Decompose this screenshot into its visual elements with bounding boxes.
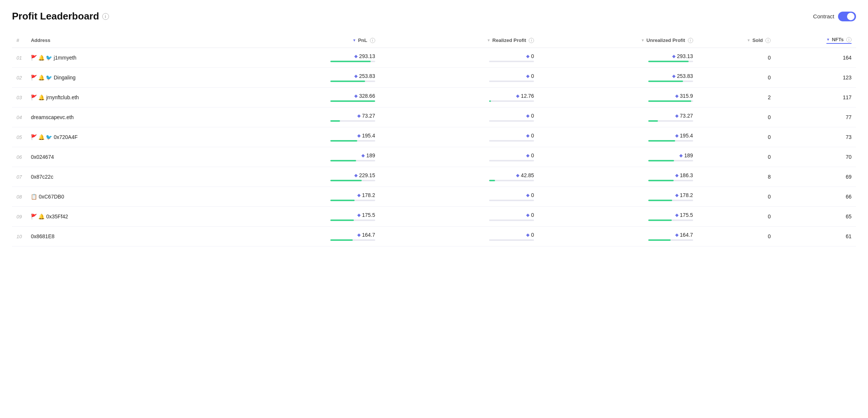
pnl-value-wrapper: ◆ 175.5 <box>225 212 375 221</box>
eth-diamond-icon: ◆ <box>357 133 361 138</box>
pnl-value: ◆ 229.15 <box>354 172 375 178</box>
pnl-progress-fill <box>330 219 354 221</box>
eth-diamond-icon: ◆ <box>354 73 358 79</box>
unrealized-progress-bar <box>648 180 693 181</box>
table-row[interactable]: 100x8681E8 ◆ 164.7 ◆ 0 ◆ 164.7 <box>12 227 856 246</box>
eth-diamond-icon: ◆ <box>354 93 358 99</box>
table-row[interactable]: 09🚩🔔0x35Ff42 ◆ 175.5 ◆ 0 ◆ 175.5 <box>12 207 856 227</box>
address-cell[interactable]: 🚩🔔0x35Ff42 <box>26 207 221 227</box>
sold-info-icon[interactable]: i <box>765 38 771 43</box>
unrealized-value-wrapper: ◆ 73.27 <box>543 113 693 122</box>
realized-progress-fill <box>489 180 495 181</box>
eth-diamond-icon: ◆ <box>357 193 361 198</box>
address-text: 0x720A4F <box>54 134 78 140</box>
pnl-cell: ◆ 189 <box>221 147 379 167</box>
nfts-info-icon[interactable]: i <box>846 37 852 42</box>
eth-diamond-icon: ◆ <box>526 232 529 237</box>
address-cell[interactable]: 0x87c22c <box>26 167 221 187</box>
eth-diamond-icon: ◆ <box>526 54 529 59</box>
unrealized-progress-fill <box>648 100 691 102</box>
col-address: Address <box>26 33 221 48</box>
unrealized-progress-fill <box>648 180 674 181</box>
col-sold[interactable]: ▼ Sold i <box>698 33 776 48</box>
table-row[interactable]: 070x87c22c ◆ 229.15 ◆ 42.85 ◆ 186.3 <box>12 167 856 187</box>
rank-cell: 02 <box>12 68 26 88</box>
unrealized-value: ◆ 293.13 <box>672 53 693 59</box>
rank-cell: 06 <box>12 147 26 167</box>
table-row[interactable]: 04dreamscapevc.eth ◆ 73.27 ◆ 0 ◆ 73.27 <box>12 107 856 127</box>
contract-toggle[interactable] <box>838 12 856 21</box>
address-cell[interactable]: 🚩🔔jrnynftclub.eth <box>26 88 221 107</box>
col-realized-profit[interactable]: ▼ Realized Profit i <box>380 33 538 48</box>
pnl-progress-fill <box>330 160 356 161</box>
realized-progress-bar <box>489 81 534 82</box>
address-cell[interactable]: 0x024674 <box>26 147 221 167</box>
address-cell[interactable]: 🚩🔔🐦Dingaling <box>26 68 221 88</box>
pnl-value-wrapper: ◆ 293.13 <box>225 53 375 62</box>
address-icon: 🐦 <box>46 134 52 140</box>
address-cell[interactable]: 0x8681E8 <box>26 227 221 246</box>
unrealized-info-icon[interactable]: i <box>688 38 693 43</box>
col-nfts[interactable]: ▼ NFTs i <box>775 33 856 48</box>
pnl-progress-bar <box>330 120 375 122</box>
unrealized-value: ◆ 186.3 <box>675 172 693 178</box>
address-icon: 🚩 <box>31 95 37 100</box>
sold-cell: 8 <box>698 167 776 187</box>
table-row[interactable]: 01🚩🔔🐦j1mmyeth ◆ 293.13 ◆ 0 ◆ 293.13 <box>12 48 856 68</box>
title-info-icon[interactable]: i <box>102 13 109 20</box>
sold-cell: 0 <box>698 207 776 227</box>
rank-cell: 09 <box>12 207 26 227</box>
pnl-value: ◆ 164.7 <box>357 232 375 238</box>
address-icon: 🚩 <box>31 55 37 60</box>
realized-value: ◆ 0 <box>526 212 534 218</box>
unrealized-progress-bar <box>648 100 693 102</box>
pnl-value-wrapper: ◆ 328.66 <box>225 93 375 102</box>
sold-cell: 0 <box>698 68 776 88</box>
eth-diamond-icon: ◆ <box>526 73 529 79</box>
address-icons: 🚩🔔 <box>31 214 45 219</box>
table-row[interactable]: 02🚩🔔🐦Dingaling ◆ 253.83 ◆ 0 ◆ 253.83 <box>12 68 856 88</box>
table-row[interactable]: 060x024674 ◆ 189 ◆ 0 ◆ 189 <box>12 147 856 167</box>
rank-cell: 05 <box>12 127 26 147</box>
rank-cell: 07 <box>12 167 26 187</box>
eth-diamond-icon: ◆ <box>516 173 519 178</box>
col-unrealized-profit[interactable]: ▼ Unrealized Profit i <box>538 33 697 48</box>
pnl-progress-bar <box>330 140 375 142</box>
address-cell[interactable]: 📋0xC67DB0 <box>26 187 221 207</box>
pnl-progress-bar <box>330 180 375 181</box>
table-row[interactable]: 03🚩🔔jrnynftclub.eth ◆ 328.66 ◆ 12.76 ◆ 3… <box>12 88 856 107</box>
address-icon: 🔔 <box>38 214 45 219</box>
sold-sort-icon: ▼ <box>747 38 750 42</box>
pnl-progress-bar <box>330 61 375 62</box>
address-cell[interactable]: 🚩🔔🐦0x720A4F <box>26 127 221 147</box>
col-pnl[interactable]: ▼ PnL i <box>221 33 379 48</box>
address-icons: 🚩🔔🐦 <box>31 134 52 140</box>
pnl-value: ◆ 328.66 <box>354 93 375 99</box>
eth-diamond-icon: ◆ <box>675 173 679 178</box>
table-row[interactable]: 08📋0xC67DB0 ◆ 178.2 ◆ 0 ◆ 178.2 <box>12 187 856 207</box>
pnl-cell: ◆ 175.5 <box>221 207 379 227</box>
eth-diamond-icon: ◆ <box>675 133 679 138</box>
realized-progress-bar <box>489 140 534 142</box>
address-text: 0x87c22c <box>31 174 53 180</box>
unrealized-value-wrapper: ◆ 293.13 <box>543 53 693 62</box>
realized-value: ◆ 0 <box>526 232 534 238</box>
realized-cell: ◆ 0 <box>380 147 538 167</box>
address-cell[interactable]: 🚩🔔🐦j1mmyeth <box>26 48 221 68</box>
unrealized-value: ◆ 178.2 <box>675 192 693 198</box>
address-text: 0x8681E8 <box>31 233 54 239</box>
unrealized-progress-fill <box>648 200 673 201</box>
sold-cell: 0 <box>698 147 776 167</box>
eth-diamond-icon: ◆ <box>672 73 676 79</box>
pnl-info-icon[interactable]: i <box>370 38 375 43</box>
eth-diamond-icon: ◆ <box>526 113 529 118</box>
unrealized-progress-fill <box>648 120 658 122</box>
address-icon: 🔔 <box>38 55 45 60</box>
address-icon: 🐦 <box>46 55 52 60</box>
eth-diamond-icon: ◆ <box>675 212 679 218</box>
header: Profit Leaderboard i Contract <box>12 10 856 22</box>
table-row[interactable]: 05🚩🔔🐦0x720A4F ◆ 195.4 ◆ 0 ◆ 195.4 <box>12 127 856 147</box>
realized-info-icon[interactable]: i <box>529 38 534 43</box>
address-cell[interactable]: dreamscapevc.eth <box>26 107 221 127</box>
realized-value: ◆ 0 <box>526 73 534 79</box>
